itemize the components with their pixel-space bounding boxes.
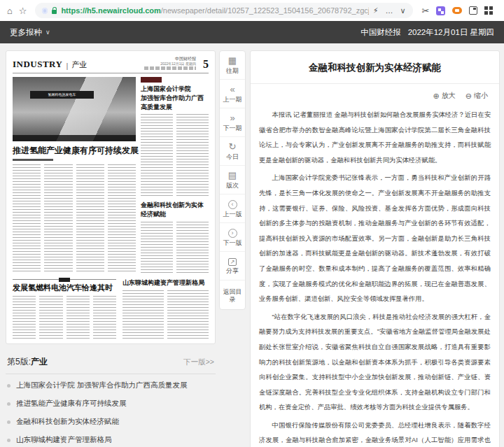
page-article-list: 第5版:产业 下一版>> 上海国家会计学院 加强智库合作助力广西高质量发展 推进… [6, 351, 216, 447]
bottom-right-article: 山东聊城构建资产管理新格局 [122, 278, 209, 340]
headline-line2: 加强智库合作助力广西高质量发展 [141, 94, 209, 112]
list-item[interactable]: 金融和科技创新为实体经济赋能 [6, 413, 216, 431]
scissors-icon[interactable]: ✂ [422, 6, 430, 15]
more-papers-label: 更多报种 [10, 27, 42, 38]
more-options-icon[interactable]: … [385, 6, 393, 15]
newsprint-text-column [44, 164, 72, 274]
page-number: 5 [203, 59, 209, 70]
photo-banner-text: 氢燃料电池发电车 [30, 91, 94, 99]
url-path: /newsepaper/detail/10257_122523_1504156_… [161, 6, 369, 15]
headline-finance-tech-innovation[interactable]: 金融和科技创新为实体经济赋能 [141, 201, 209, 219]
zoom-out-label: 缩小 [474, 91, 488, 101]
tool-label: 下一版 [223, 239, 242, 247]
headline-hydrogen-industry[interactable]: 推进氢能产业健康有序可持续发展 [13, 146, 136, 156]
list-item[interactable]: 推进氢能产业健康有序可持续发展 [6, 395, 216, 413]
newspaper-page-thumbnail[interactable]: INDUSTRY | 产业 中国财经报 2022年12月1日 星期四 5 氢燃料… [6, 50, 216, 344]
double-right-arrow-icon: » [230, 113, 234, 123]
refresh-icon: ↻ [229, 142, 237, 152]
page-masthead: INDUSTRY | 产业 中国财经报 2022年12月1日 星期四 5 [13, 57, 209, 73]
circle-right-arrow-icon: › [228, 229, 237, 238]
circle-left-arrow-icon: ‹ [228, 200, 237, 209]
section-name-en: INDUSTRY [13, 59, 62, 70]
bookmark-star-icon[interactable]: ☆ [19, 6, 27, 15]
https-lock-icon[interactable] [52, 10, 57, 14]
list-item[interactable]: 山东聊城构建资产管理新格局 [6, 431, 216, 447]
tool-label: 上一版 [223, 211, 242, 218]
article-title: 金融和科技创新为实体经济赋能 [251, 51, 499, 84]
article-zoom-controls: ⊕ 放大 ⊖ 缩小 [251, 84, 499, 104]
page-left-columns: 氢燃料电池发电车 推进氢能产业健康有序可持续发展 [13, 77, 136, 274]
masthead-date: 2022年12月1日 星期四 [144, 62, 196, 66]
newsprint-text-block [141, 114, 209, 197]
article-list: 上海国家会计学院 加强智库合作助力广西高质量发展 推进氢能产业健康有序可持续发展… [6, 374, 216, 447]
masthead-smallprint [144, 66, 196, 70]
apps-grid-icon[interactable] [484, 6, 493, 15]
epaper-header: 更多报种 ∨ 中国财经报 2022年12月01日 星期四 [0, 21, 504, 43]
paper-name: 中国财经报 [360, 27, 401, 38]
back-to-contents-button[interactable]: 返回目录 [220, 281, 245, 309]
headline-accounting-institute[interactable]: 上海国家会计学院 加强智库合作助力广西高质量发展 [141, 85, 209, 112]
bottom-left-article: 发展氢燃料电池汽车恰逢其时 [13, 278, 116, 340]
address-bar[interactable]: https://h5.newaircloud.com/newsepaper/de… [35, 3, 413, 18]
byline-bar [13, 159, 53, 161]
newsprint-text-column [176, 114, 209, 197]
page-right-column: 上海国家会计学院 加强智库合作助力广西高质量发展 金融和科技创新为实体经济赋能 [141, 77, 209, 274]
past-issues-button[interactable]: ▦ 往期 [220, 51, 245, 80]
double-left-arrow-icon: « [230, 85, 234, 94]
hydrogen-truck-photo: 氢燃料电池发电车 [13, 77, 136, 141]
calendar-icon: ▦ [228, 56, 237, 66]
extension-icon[interactable] [436, 6, 445, 15]
next-issue-button[interactable]: » 下一期 [220, 108, 245, 137]
bullet-icon [7, 384, 10, 388]
paper-name-date: 中国财经报 2022年12月01日 星期四 [360, 27, 494, 38]
share-button[interactable]: ↗ 分享 [220, 252, 245, 281]
previous-page-button[interactable]: ‹ 上一版 [220, 194, 245, 223]
issue-date: 2022年12月01日 星期四 [408, 27, 494, 38]
gamepad-icon[interactable] [452, 7, 462, 14]
newsprint-text-block [122, 290, 209, 340]
more-papers-dropdown[interactable]: 更多报种 ∨ [10, 27, 50, 38]
previous-issue-button[interactable]: « 上一期 [220, 80, 245, 108]
dropdown-chevron-icon[interactable]: ∨ [400, 6, 405, 15]
newsprint-text-column [108, 164, 136, 274]
page-list-icon: ▤ [228, 171, 237, 180]
newsprint-text-column [66, 296, 90, 340]
page-url[interactable]: https://h5.newaircloud.com/newsepaper/de… [61, 6, 368, 15]
article-paragraph: 中国银行保险传媒股份有限公司党委委员、总经理杜增良表示，随着数字经济发展，金融与… [259, 418, 491, 447]
newsprint-text-column [141, 222, 173, 274]
today-button[interactable]: ↻ 今日 [220, 137, 245, 166]
newsprint-text-column [122, 290, 164, 340]
newsprint-text-column [176, 222, 209, 274]
zoom-in-button[interactable]: ⊕ 放大 [433, 91, 456, 101]
next-page-link[interactable]: 下一版>> [183, 357, 214, 367]
headline-liaocheng-assets[interactable]: 山东聊城构建资产管理新格局 [122, 278, 209, 288]
section-name-cn: 产业 [71, 59, 87, 70]
home-icon[interactable]: ⌂ [7, 6, 13, 15]
browser-window: ⌂ ☆ https://h5.newaircloud.com/newsepape… [0, 0, 504, 447]
page-section: 产业 [31, 357, 48, 367]
chevron-down-icon: ∨ [46, 29, 50, 36]
tool-label: 分享 [226, 267, 239, 275]
headline-fuel-cell-vehicles[interactable]: 发展氢燃料电池汽车恰逢其时 [13, 283, 116, 293]
current-page-label: 第5版:产业 [7, 356, 48, 368]
editions-button[interactable]: ▤ 版次 [220, 166, 245, 194]
page-nav-header: 第5版:产业 下一版>> [6, 351, 216, 374]
url-host: https://h5.newaircloud.com [61, 6, 160, 15]
magnifier-minus-icon: ⊖ [465, 92, 472, 100]
tool-label: 版次 [226, 182, 239, 190]
reader-mode-icon[interactable] [469, 6, 477, 15]
share-icon: ↗ [228, 258, 237, 266]
newsprint-text-column [141, 114, 173, 197]
bullet-icon [7, 439, 10, 442]
lightning-icon[interactable]: ⚡ [373, 6, 379, 15]
next-page-button[interactable]: › 下一版 [220, 223, 245, 252]
article-link: 推进氢能产业健康有序可持续发展 [16, 399, 127, 409]
newsprint-text-column [167, 290, 209, 340]
newsprint-text-column [76, 164, 104, 274]
article-link: 山东聊城构建资产管理新格局 [16, 435, 112, 445]
list-item[interactable]: 上海国家会计学院 加强智库合作助力广西高质量发展 [6, 376, 216, 395]
article-link: 上海国家会计学院 加强智库合作助力广西高质量发展 [16, 381, 187, 390]
tool-label: 返回目录 [221, 288, 244, 304]
tool-label: 往期 [226, 67, 239, 75]
zoom-out-button[interactable]: ⊖ 缩小 [465, 91, 488, 101]
